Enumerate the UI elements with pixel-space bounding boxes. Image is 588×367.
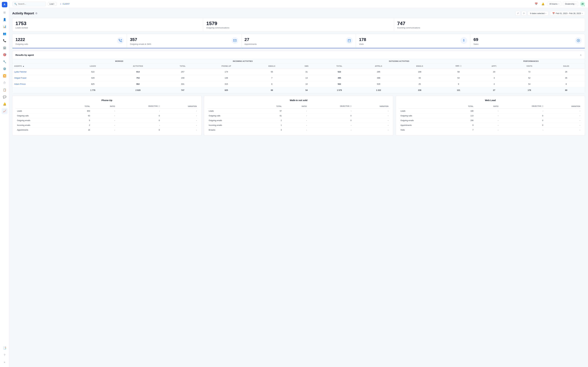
sales-icon xyxy=(575,37,582,44)
sub-cell-objective: - xyxy=(117,109,161,113)
cell-out-emails: 25 xyxy=(399,81,440,87)
sidebar-item-groups[interactable]: 🏢 xyxy=(1,45,8,51)
add-client-button[interactable]: ＋ CLIENT xyxy=(59,2,71,6)
lead-chevron-icon: ▾ xyxy=(54,3,55,5)
metric-visits: 178 Visits xyxy=(356,34,470,49)
total-in-emails: 68 xyxy=(252,87,292,93)
search-wrap[interactable]: 🔍 xyxy=(12,2,46,6)
sub-cell-label: Incoming emails xyxy=(16,123,66,128)
sub-cell-variation: - xyxy=(545,128,582,133)
outgoing-emails-icon xyxy=(232,37,238,44)
col-agents-header xyxy=(12,59,74,63)
dealership-selector[interactable]: Dealership ▾ xyxy=(563,2,578,6)
sidebar-item-phone[interactable]: 📞 xyxy=(1,38,8,44)
notification-icon[interactable]: 🔔 xyxy=(541,1,545,6)
settings-icon[interactable]: ⚙ xyxy=(35,12,37,15)
sub-cell-variation: - xyxy=(353,113,390,118)
sub-cell-total: 9 xyxy=(449,123,475,128)
cell-in-sms: 31 xyxy=(292,69,321,75)
teams-label: All teams xyxy=(549,3,557,5)
sidebar-item-activity[interactable]: 📈 xyxy=(1,108,8,114)
sub-row: Leads 57 - - - xyxy=(207,109,390,113)
col-agents[interactable]: Agents ▲ xyxy=(12,63,74,69)
search-input[interactable] xyxy=(18,3,36,5)
sub-col-1-1: Total xyxy=(257,104,283,109)
sidebar-item-list[interactable]: 📋 xyxy=(1,87,8,93)
sync-button[interactable]: ⟳ xyxy=(522,11,526,16)
sidebar-item-target[interactable]: 🎯 xyxy=(1,52,8,58)
agent-link[interactable]: Lydia Fletcher xyxy=(14,71,27,73)
sub-cell-total: 61 xyxy=(257,113,283,118)
sidebar-item-help[interactable]: ? xyxy=(1,352,8,358)
sidebar-item-settings[interactable]: ⚙️ xyxy=(1,66,8,72)
sub-cell-variation: - xyxy=(545,123,582,128)
agent-link[interactable]: Adam Prince xyxy=(14,83,26,85)
sub-cell-objective: 0 xyxy=(117,128,161,133)
sidebar-item-shuffle[interactable]: 🔀 xyxy=(1,73,8,79)
sub-cell-variation: - xyxy=(161,118,198,123)
sub-col-0-2: Ratio xyxy=(92,104,117,109)
col-performances-header: PERFORMANCES xyxy=(477,59,585,63)
calendar-icon[interactable]: 📅 xyxy=(534,1,539,6)
sub-col-2-0 xyxy=(399,104,449,109)
main-content: 🔍 Lead ▾ ＋ CLIENT 📅 🔔 All teams ▾ Dealer… xyxy=(9,0,588,367)
calendar-icon: 📅 xyxy=(552,12,555,15)
date-range-selector[interactable]: 📅 Feb 01, 2023 - Feb 28, 2023 ▾ xyxy=(550,11,585,16)
cell-in-sms: 13 xyxy=(292,75,321,81)
col-worked-header: WORKED xyxy=(74,59,164,63)
cell-sales: 35 xyxy=(548,75,585,81)
sub-cell-objective: 0 xyxy=(308,118,353,123)
page-content: Activity Report ⚙ ↺ ⟳ 9 dates selected ▾… xyxy=(9,8,588,367)
table-row: Adam Prince 825 962 331 315 6 10 562 529… xyxy=(12,81,585,87)
sidebar-item-wrench[interactable]: 🔧 xyxy=(1,59,8,65)
date-range-chevron-icon: ▾ xyxy=(582,13,583,14)
sub-row: B-backs 3 - - - xyxy=(207,128,390,133)
sidebar-item-expand[interactable]: » xyxy=(1,359,8,365)
dates-selector[interactable]: 9 dates selected ▾ xyxy=(528,11,549,16)
incoming-label: Incoming communications xyxy=(397,27,582,29)
total-appt: 27 xyxy=(477,87,511,93)
dates-chevron-icon: ▾ xyxy=(545,13,546,14)
sidebar-item-home[interactable]: ⊞ xyxy=(1,9,8,16)
cell-out-sms: 54 xyxy=(440,75,477,81)
svg-point-5 xyxy=(577,39,580,42)
total-out-sms: 121 xyxy=(440,87,477,93)
cell-in-sms: 10 xyxy=(292,81,321,87)
cell-visits: 54 xyxy=(511,81,548,87)
sidebar-item-people[interactable]: 👥 xyxy=(1,31,8,37)
sub-row: Appointments 16 - 0 - xyxy=(16,128,198,133)
lead-selector[interactable]: Lead ▾ xyxy=(48,2,57,6)
sidebar-item-reports[interactable]: 📑 xyxy=(1,345,8,351)
col-leads: Leads xyxy=(74,63,112,69)
sub-table-1: TotalRatioObjective ⓘVariation Leads 57 … xyxy=(207,104,390,132)
avatar[interactable]: JD xyxy=(580,1,585,6)
sidebar-item-chart[interactable]: 📊 xyxy=(1,24,8,30)
teams-selector[interactable]: All teams ▾ xyxy=(547,2,561,6)
sub-table-2: TotalRatioObjective ⓘVariation Leads 180… xyxy=(399,104,582,132)
sub-cell-total: 2 xyxy=(66,123,92,128)
collapse-icon[interactable]: ∧ xyxy=(580,53,582,56)
sub-col-0-4: Variation xyxy=(161,104,198,109)
cell-appt: 3 xyxy=(477,75,511,81)
sub-cell-total: 113 xyxy=(449,113,475,118)
sub-cell-label: Appointments xyxy=(399,123,449,128)
sidebar-item-clock[interactable]: ⏱ xyxy=(1,80,8,86)
results-header: Results by agent ∧ xyxy=(12,51,585,59)
bottom-card-title-0: Phone-Up xyxy=(16,99,198,101)
sidebar-item-bell[interactable]: 🔔 xyxy=(1,101,8,107)
cell-out-emails: 168 xyxy=(399,69,440,75)
sidebar-item-contacts[interactable]: 👤 xyxy=(1,17,8,23)
sub-cell-total: 180 xyxy=(449,109,475,113)
sub-row: Outgoing emails 206 - 0 - xyxy=(399,118,582,123)
sidebar-item-chat[interactable]: 💬 xyxy=(1,94,8,100)
cell-out-emails: 43 xyxy=(399,75,440,81)
sub-cell-ratio: - xyxy=(283,118,308,123)
agent-link[interactable]: Abigail Fraser xyxy=(14,77,26,79)
bottom-card-2: Web LeadTotalRatioObjective ⓘVariation L… xyxy=(396,96,585,135)
sub-row: Appointments 9 - 0 - xyxy=(399,123,582,128)
sub-cell-objective: 0 xyxy=(117,113,161,118)
sub-cell-ratio: - xyxy=(92,113,117,118)
col-in-emails: Emails xyxy=(252,63,292,69)
refresh-button[interactable]: ↺ xyxy=(516,11,520,16)
cell-leads: 429 xyxy=(74,75,112,81)
